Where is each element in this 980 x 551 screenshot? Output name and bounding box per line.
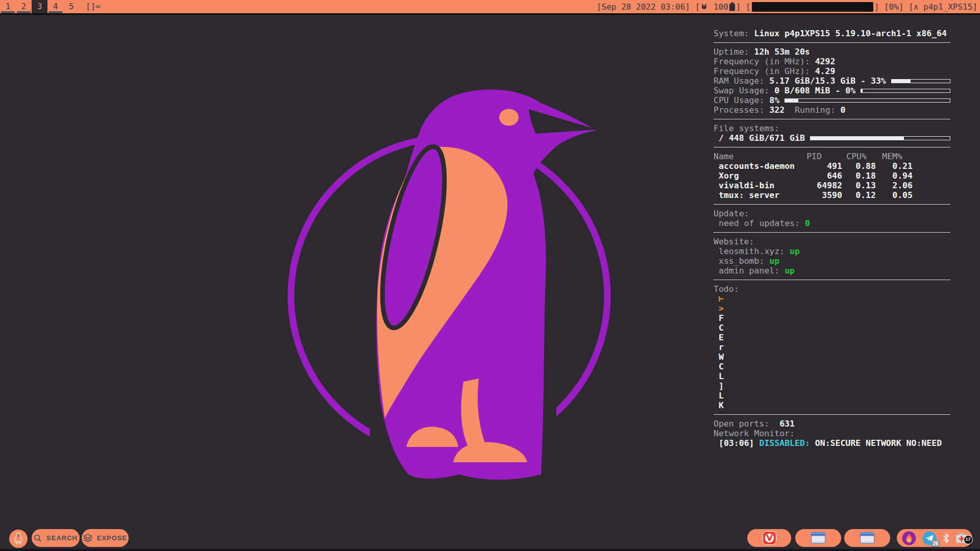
search-icon [34,534,42,542]
window-icon [860,532,874,544]
uptime-value: 12h 53m 20s [754,47,810,57]
freq-ghz-label: Frequency (in GHz): [714,66,815,76]
col-header-mem: MEM% [876,152,913,161]
col-header-cpu: CPU% [842,152,876,161]
divider [714,147,950,147]
status-datetime: [Sep 28 2022 03:06] [ [597,2,700,12]
flame-icon [902,531,916,545]
website-status-line: xss_bomb: up [714,256,950,266]
taskbar-vivaldi-window[interactable] [747,529,791,547]
search-button-label: SEARCH [46,534,78,542]
tray-telegram-app[interactable]: 26 [922,531,937,545]
workspace-tab-2[interactable]: 2 [16,0,32,13]
table-row: vivaldi-bin [714,181,804,190]
freq-ghz-value: 4.29 [815,66,836,76]
todo-item: W [714,352,950,362]
vivaldi-icon [763,531,776,545]
todo-item: C [714,362,950,371]
divider [714,42,950,43]
power-plug-icon [700,3,708,10]
status-volume-host: ] [0%] [∧ p4p1_XPS15] [874,2,977,12]
tray-flame-app[interactable] [902,531,916,545]
search-button[interactable]: SEARCH [32,529,80,547]
process-table: Name PID CPU% MEM% accounts-daemon 491 0… [714,152,950,200]
system-monitor-panel: System: Linux p4p1XPS15 5.19.10-arch1-1 … [714,29,950,448]
desktop: 1 2 3 4 5 []= [Sep 28 2022 03:06] [ 100 … [0,0,980,551]
freq-mhz-label: Frequency (in MHz): [714,57,815,66]
todo-item: ⊢ [714,294,950,304]
system-line: System: Linux p4p1XPS15 5.19.10-arch1-1 … [714,29,950,38]
divider [714,280,950,280]
tray-firstaid-app[interactable]: 17 [955,533,968,543]
top-status-bar: 1 2 3 4 5 []= [Sep 28 2022 03:06] [ 100 … [0,0,980,15]
filesystems-title: File systems: [714,123,950,133]
filesystem-root-line: / 448 GiB/671 GiB [714,133,950,143]
taskbar-window-2[interactable] [844,529,890,547]
todo-item: K [714,400,950,410]
running-value: 0 [841,105,846,115]
system-label: System: [714,29,754,38]
tray-bluetooth[interactable] [943,533,949,543]
updates-value: 0 [805,218,810,228]
expose-button-label: EXPOSE [97,534,127,542]
status-battery-percent: 100 [708,2,728,12]
table-row: accounts-daemon [714,161,804,171]
todo-item: E [714,333,950,342]
table-row: Xorg [714,171,804,181]
workspace-tab-3[interactable]: 3 [32,0,47,13]
open-ports-label: Open ports: [714,419,779,429]
processes-line: Processes: 322Running: 0 [714,105,950,115]
uptime-label: Uptime: [714,47,754,57]
launcher-button[interactable] [9,530,28,548]
freq-mhz-value: 4292 [815,57,836,66]
ram-progressbar [891,79,950,83]
divider [714,204,950,205]
statusbar-text: [Sep 28 2022 03:06] [ 100 ] [ ] [0%] [∧ … [597,0,977,13]
processes-value: 322 [769,105,785,115]
firstaid-count-badge: 17 [964,535,973,544]
workspace-tab-4[interactable]: 4 [47,0,63,13]
penguin-eye [499,109,519,126]
network-monitor-line: [03:06] DISSABLED: ON:SECURE NETWORK NO:… [714,438,950,448]
expose-button[interactable]: EXPOSE [82,529,129,547]
taskbar-window-1[interactable] [795,529,841,547]
website-status-line: admin panel: up [714,266,950,276]
col-header-pid: PID [804,152,842,161]
cpu-label: CPU Usage: [714,95,769,105]
table-row: tmux: server [714,190,804,200]
divider [714,414,950,415]
divider [714,232,950,233]
todo-item: L [714,371,950,381]
ram-label: RAM Usage: [714,76,769,86]
network-monitor-title: Network Monitor: [714,429,950,438]
swap-line: Swap Usage: 0 B/608 MiB - 0% [714,86,950,95]
todo-item: r [714,342,950,352]
layers-icon [83,534,92,542]
open-ports-value: 631 [779,419,795,429]
status-bracket: ] [ [736,2,751,12]
open-ports-line: Open ports: 631 [714,419,950,429]
fs-mount: / [719,133,729,143]
layout-symbol: []= [86,0,101,13]
redacted-network-info [752,2,873,12]
swap-progressbar [861,89,950,93]
col-header-name: Name [714,152,804,161]
todo-item: F [714,313,950,323]
todo-item: > [714,304,950,313]
website-title: Website: [714,237,950,246]
system-value: Linux p4p1XPS15 5.19.10-arch1-1 x86_64 [754,29,947,38]
freq-ghz-line: Frequency (in GHz): 4.29 [714,66,950,76]
swap-label: Swap Usage: [714,86,774,95]
running-label: Running: [795,105,840,115]
todo-item: ] [714,381,950,391]
todo-title: Todo: [714,284,950,294]
workspace-tab-5[interactable]: 5 [63,0,79,13]
updates-line: need of updates: 0 [714,218,950,228]
workspace-tab-1[interactable]: 1 [0,0,16,13]
bluetooth-icon [943,533,949,543]
cpu-progressbar [785,98,950,103]
updates-label: need of updates: [719,218,805,228]
tux-icon [13,532,24,545]
update-title: Update: [714,209,950,218]
battery-icon [729,2,736,11]
